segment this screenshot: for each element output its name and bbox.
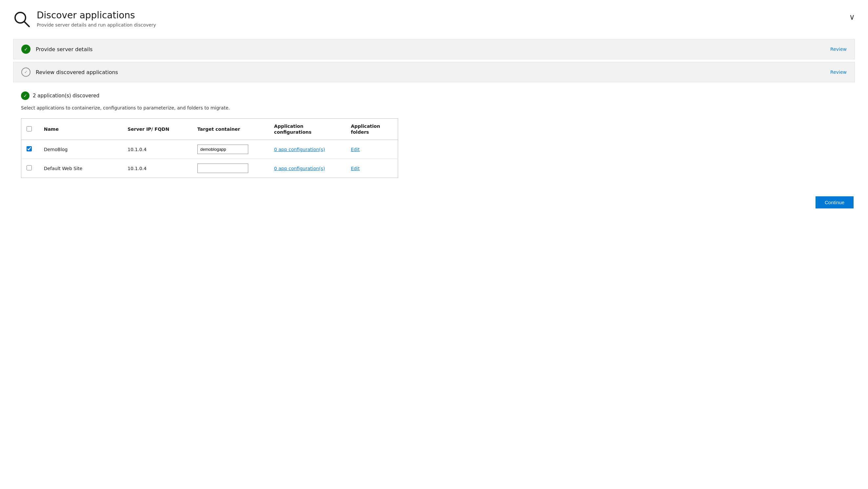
select-all-checkbox[interactable] xyxy=(27,126,32,131)
row1-container-cell xyxy=(192,140,269,159)
th-config: Application configurations xyxy=(269,119,346,140)
header-left: Discover applications Provide server det… xyxy=(13,10,156,29)
row2-container-cell xyxy=(192,159,269,178)
discovery-badge: 2 application(s) discovered xyxy=(21,92,847,100)
row2-config-link[interactable]: 0 app configuration(s) xyxy=(274,166,325,171)
row2-config-cell: 0 app configuration(s) xyxy=(269,159,346,178)
table-row: DemoBlog 10.1.0.4 0 app configuration(s)… xyxy=(21,140,398,159)
discovery-check-icon xyxy=(21,92,30,100)
row2-folders-cell: Edit xyxy=(346,159,398,178)
row2-checkbox[interactable] xyxy=(27,165,32,170)
step-review-discovered: Review discovered applications Review xyxy=(13,62,855,82)
row1-checkbox[interactable] xyxy=(27,146,32,152)
step1-review-link[interactable]: Review xyxy=(830,46,847,52)
chevron-down-icon[interactable]: ∨ xyxy=(849,12,855,22)
row2-checkbox-cell xyxy=(21,159,39,178)
row1-config-cell: 0 app configuration(s) xyxy=(269,140,346,159)
applications-table: Name Server IP/ FQDN Target container Ap… xyxy=(21,118,398,178)
discover-icon xyxy=(13,10,30,29)
step1-left: Provide server details xyxy=(21,44,92,54)
step2-review-link[interactable]: Review xyxy=(830,69,847,75)
page-title: Discover applications xyxy=(37,10,156,21)
row2-container-input[interactable] xyxy=(197,164,248,173)
row1-name: DemoBlog xyxy=(39,140,122,159)
expanded-content: 2 application(s) discovered Select appli… xyxy=(13,85,855,186)
step2-left: Review discovered applications xyxy=(21,67,118,77)
th-container: Target container xyxy=(192,119,269,140)
table-body: DemoBlog 10.1.0.4 0 app configuration(s)… xyxy=(21,140,398,178)
continue-button[interactable]: Continue xyxy=(815,196,854,208)
row1-config-link[interactable]: 0 app configuration(s) xyxy=(274,147,325,152)
row1-container-input[interactable] xyxy=(197,144,248,154)
footer-actions: Continue xyxy=(13,196,855,208)
header-text: Discover applications Provide server det… xyxy=(37,10,156,28)
row2-name: Default Web Site xyxy=(39,159,122,178)
step-provide-server-details: Provide server details Review xyxy=(13,39,855,59)
row2-folders-link[interactable]: Edit xyxy=(351,166,360,171)
step1-label: Provide server details xyxy=(36,46,92,53)
table-header-row: Name Server IP/ FQDN Target container Ap… xyxy=(21,119,398,140)
th-checkbox xyxy=(21,119,39,140)
discovery-badge-text: 2 application(s) discovered xyxy=(33,93,99,99)
row1-checkbox-cell xyxy=(21,140,39,159)
table-row: Default Web Site 10.1.0.4 0 app configur… xyxy=(21,159,398,178)
th-server: Server IP/ FQDN xyxy=(122,119,192,140)
table-header: Name Server IP/ FQDN Target container Ap… xyxy=(21,119,398,140)
svg-line-1 xyxy=(24,22,29,27)
row2-server: 10.1.0.4 xyxy=(122,159,192,178)
page-subtitle: Provide server details and run applicati… xyxy=(37,22,156,28)
step2-label: Review discovered applications xyxy=(36,69,118,75)
instruction-text: Select applications to containerize, con… xyxy=(21,105,847,110)
step2-partial-icon xyxy=(21,67,31,77)
row1-server: 10.1.0.4 xyxy=(122,140,192,159)
th-folders: Application folders xyxy=(346,119,398,140)
row1-folders-cell: Edit xyxy=(346,140,398,159)
step1-complete-icon xyxy=(21,44,31,54)
row1-folders-link[interactable]: Edit xyxy=(351,147,360,152)
page-header: Discover applications Provide server det… xyxy=(13,6,855,29)
th-name: Name xyxy=(39,119,122,140)
